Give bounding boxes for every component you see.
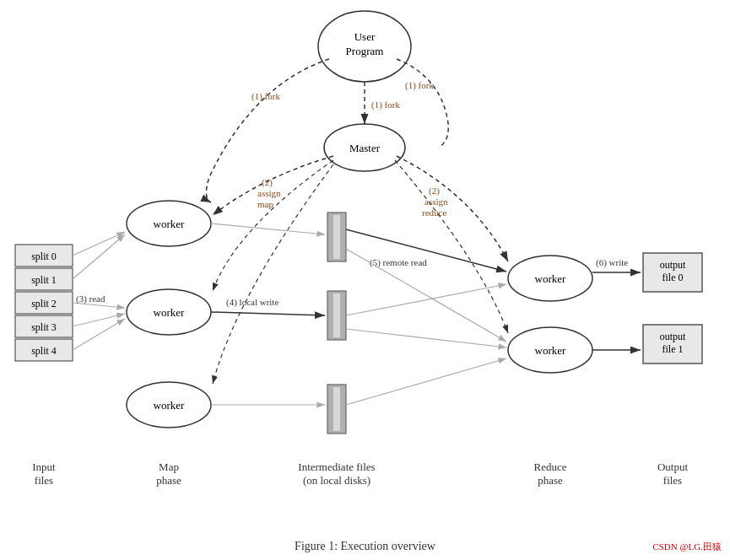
output-0-label: output [660, 259, 686, 271]
fork-right-label: (1) fork [405, 80, 434, 91]
reduce-phase-label1: Reduce [534, 460, 567, 473]
split-1-label: split 1 [31, 274, 57, 286]
worker-reduce1-label: worker [535, 272, 566, 285]
master-label: Master [349, 142, 381, 154]
figure-caption: Figure 1: Execution overview [0, 540, 730, 553]
intermediate-box-top-inner [333, 215, 340, 259]
output-1-label: output [660, 331, 686, 342]
fork-left-label: (1) fork [251, 91, 280, 102]
map-phase-label2: phase [156, 474, 181, 487]
assign-reduce-arrow [397, 156, 508, 261]
worker-top-to-int [211, 223, 325, 234]
split-2-label: split 2 [31, 298, 57, 310]
output-phase-label2: files [663, 474, 682, 487]
split1-worker-top [73, 234, 125, 279]
fork-center-label: (1) fork [371, 100, 400, 110]
assign-reduce-label2: assign [424, 197, 448, 207]
worker-mid-to-int [211, 312, 325, 315]
int-bot-to-reduce2 [346, 358, 506, 405]
user-program-label1: User [354, 30, 376, 43]
diagram-container: split 0 split 1 split 2 split 3 split 4 … [0, 0, 730, 523]
worker-bot-label: worker [154, 399, 185, 412]
caption-text: Figure 1: Execution overview [295, 540, 435, 552]
assign-reduce-label1: (2) [429, 186, 440, 197]
assign-map-label1: (2) [262, 177, 273, 188]
assign-map-label3: map [257, 199, 273, 209]
watermark: CSDN @LG.田猿 [652, 541, 722, 553]
split4-worker-mid [73, 319, 125, 350]
split3-worker-mid [73, 314, 125, 326]
split-3-label: split 3 [31, 321, 57, 333]
assign-map-label2: assign [257, 188, 281, 198]
intermediate-box-mid-inner [333, 293, 340, 337]
output-phase-label1: Output [657, 460, 689, 473]
split0-worker-top [73, 232, 125, 256]
user-program-label2: Program [346, 45, 384, 57]
reduce-phase-label2: phase [538, 474, 563, 487]
local-write-label: (4) local write [226, 297, 278, 308]
worker-mid-label: worker [154, 306, 185, 319]
intermediate-box-bot-inner [333, 387, 340, 431]
worker-top-label: worker [154, 218, 185, 230]
split-4-label: split 4 [31, 345, 57, 357]
read-label: (3) read [76, 293, 105, 304]
intermediate-phase-label1: Intermediate files [298, 460, 375, 473]
output-0-label2: file 0 [662, 272, 684, 283]
fork-right-arrow-partial [397, 59, 448, 148]
write-label: (6) write [596, 257, 628, 268]
input-phase-label1: Input [32, 460, 56, 473]
output-1-label2: file 1 [662, 343, 684, 355]
watermark-text: CSDN @LG.田猿 [652, 541, 722, 552]
input-phase-label2: files [35, 474, 53, 487]
int-mid-to-reduce2 [346, 329, 506, 347]
remote-read-label: (5) remote read [370, 257, 427, 268]
worker-reduce2-label: worker [535, 344, 566, 357]
split-0-label: split 0 [31, 250, 57, 262]
intermediate-phase-label2: (on local disks) [303, 474, 370, 487]
map-phase-label1: Map [159, 460, 179, 473]
int-mid-to-reduce1 [346, 284, 506, 315]
